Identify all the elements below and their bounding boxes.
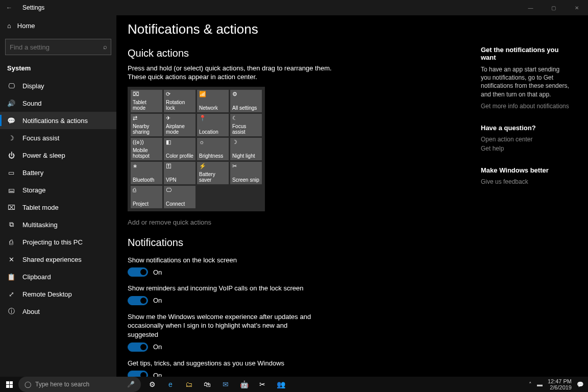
close-button[interactable]: ✕ <box>565 0 588 15</box>
quick-action-bluetooth[interactable]: ∗Bluetooth <box>131 162 162 184</box>
sidebar-item-remote-desktop[interactable]: ⤢Remote Desktop <box>0 285 116 303</box>
quick-action-night-light[interactable]: ☽Night light <box>230 138 262 160</box>
start-button[interactable] <box>0 381 18 388</box>
get-help-link[interactable]: Get help <box>481 145 571 152</box>
sidebar-item-label: Tablet mode <box>22 204 59 211</box>
quick-action-icon: ✈ <box>166 115 193 121</box>
search-input[interactable] <box>5 39 111 55</box>
sidebar-item-storage[interactable]: 🖴Storage <box>0 181 116 199</box>
toggle-label: Show notifications on the lock screen <box>128 256 311 265</box>
quick-action-icon: 🖵 <box>166 187 193 193</box>
windows-icon <box>6 381 13 388</box>
sidebar-item-battery[interactable]: ▭Battery <box>0 164 116 181</box>
sidebar-item-notifications-actions[interactable]: 💬Notifications & actions <box>0 112 116 129</box>
sidebar-item-focus-assist[interactable]: ☽Focus assist <box>0 129 116 146</box>
right-b1-link[interactable]: Get more info about notifications <box>481 103 571 110</box>
sidebar-item-icon: ⌧ <box>7 204 15 211</box>
sidebar-item-label: Notifications & actions <box>22 117 88 125</box>
sidebar-item-multitasking[interactable]: ⧉Multitasking <box>0 216 116 233</box>
taskbar-app-explorer[interactable]: 🗂 <box>180 377 198 392</box>
sidebar-item-icon: ⏻ <box>7 152 15 159</box>
taskbar: ◯ Type here to search 🎤 ⚙ e 🗂 🛍 ✉ 🤖 ✂ 👥 … <box>0 377 588 392</box>
taskbar-clock[interactable]: 12:47 PM 2/6/2019 <box>548 378 572 390</box>
give-feedback-link[interactable]: Give us feedback <box>481 178 571 185</box>
quick-action-nearby-sharing[interactable]: ⇄Nearby sharing <box>131 114 162 136</box>
quick-action-screen-snip[interactable]: ✂Screen snip <box>230 162 262 184</box>
toggle-switch[interactable] <box>128 342 148 352</box>
taskbar-app-store[interactable]: 🛍 <box>198 377 216 392</box>
quick-action-label: Rotation lock <box>166 100 193 111</box>
sidebar-item-icon: 🔊 <box>7 100 15 107</box>
taskbar-app-mail[interactable]: ✉ <box>216 377 235 392</box>
quick-action-label: Focus assist <box>232 124 260 135</box>
quick-action-icon: 📶 <box>199 91 227 97</box>
quick-action-brightness[interactable]: ☼Brightness <box>197 138 229 160</box>
quick-action-label: Battery saver <box>199 172 227 183</box>
page-title: Notifications & actions <box>128 15 471 37</box>
quick-action-label: Bluetooth <box>133 177 160 183</box>
quick-action-network[interactable]: 📶Network <box>197 90 229 112</box>
taskbar-app-android[interactable]: 🤖 <box>235 377 253 392</box>
maximize-button[interactable]: ▢ <box>542 0 565 15</box>
sidebar-item-label: About <box>22 308 40 315</box>
toggle-label: Get tips, tricks, and suggestions as you… <box>128 359 311 368</box>
quick-action-mobile-hotspot[interactable]: ((๏))Mobile hotspot <box>131 138 162 160</box>
quick-action-battery-saver[interactable]: ⚡Battery saver <box>197 162 229 184</box>
quick-action-project[interactable]: ⎙Project <box>131 186 162 208</box>
quick-action-connect[interactable]: 🖵Connect <box>164 186 195 208</box>
quick-action-icon: ∗ <box>133 163 160 169</box>
quick-action-all-settings[interactable]: ⚙All settings <box>230 90 262 112</box>
quick-action-label: Color profile <box>166 153 193 159</box>
quick-action-color-profile[interactable]: ◧Color profile <box>164 138 195 160</box>
sidebar-home[interactable]: ⌂ Home <box>0 15 116 36</box>
toggle-row: Show reminders and incoming VoIP calls o… <box>128 284 471 305</box>
toggle-state: On <box>153 297 162 304</box>
tray-battery-icon[interactable]: ▬ <box>537 381 543 387</box>
sidebar-item-projecting-to-this-pc[interactable]: ⎙Projecting to this PC <box>0 233 116 251</box>
tray-chevron-icon[interactable]: ˄ <box>529 381 532 388</box>
sidebar-item-label: Remote Desktop <box>22 290 72 298</box>
sidebar: ⌂ Home ⌕ System 🖵Display🔊Sound💬Notificat… <box>0 15 116 377</box>
taskbar-app-edge[interactable]: e <box>161 377 180 392</box>
taskbar-app-teams[interactable]: 👥 <box>272 377 290 392</box>
sidebar-item-label: Sound <box>22 100 42 107</box>
toggle-state: On <box>153 343 162 351</box>
add-remove-quick-actions-link[interactable]: Add or remove quick actions <box>128 218 211 226</box>
open-action-center-link[interactable]: Open action center <box>481 136 571 143</box>
sidebar-search: ⌕ <box>5 39 111 55</box>
sidebar-item-clipboard[interactable]: 📋Clipboard <box>0 268 116 285</box>
quick-action-focus-assist[interactable]: ☾Focus assist <box>230 114 262 136</box>
taskbar-search[interactable]: ◯ Type here to search 🎤 <box>18 377 141 392</box>
quick-action-vpn[interactable]: ⚿VPN <box>164 162 195 184</box>
sidebar-item-shared-experiences[interactable]: ✕Shared experiences <box>0 251 116 268</box>
quick-action-label: Airplane mode <box>166 124 193 135</box>
quick-action-label: Project <box>133 201 160 207</box>
quick-action-rotation-lock[interactable]: ⟳Rotation lock <box>164 90 195 112</box>
action-center-icon[interactable]: 💬 <box>577 381 584 388</box>
taskbar-app-settings[interactable]: ⚙ <box>143 377 161 392</box>
quick-action-label: Network <box>199 105 227 111</box>
toggle-switch[interactable] <box>128 296 148 305</box>
minimize-button[interactable]: — <box>519 0 542 15</box>
quick-action-location[interactable]: 📍Location <box>197 114 229 136</box>
sidebar-item-icon: 🖴 <box>7 186 15 194</box>
sidebar-item-display[interactable]: 🖵Display <box>0 77 116 94</box>
sidebar-item-sound[interactable]: 🔊Sound <box>0 94 116 112</box>
quick-action-airplane-mode[interactable]: ✈Airplane mode <box>164 114 195 136</box>
sidebar-item-tablet-mode[interactable]: ⌧Tablet mode <box>0 199 116 216</box>
sidebar-item-power-sleep[interactable]: ⏻Power & sleep <box>0 146 116 164</box>
right-b2-title: Have a question? <box>481 124 571 132</box>
taskbar-app-snip[interactable]: ✂ <box>253 377 272 392</box>
toggle-switch[interactable] <box>128 371 148 377</box>
sidebar-item-icon: ✕ <box>7 256 15 263</box>
toggle-switch[interactable] <box>128 267 148 277</box>
sidebar-item-about[interactable]: ⓘAbout <box>0 303 116 320</box>
right-b1-text: To have an app start sending you notific… <box>481 65 571 99</box>
sidebar-item-icon: ▭ <box>7 169 15 177</box>
quick-action-label: Screen snip <box>232 177 260 183</box>
quick-action-icon: ⚡ <box>199 163 227 169</box>
quick-action-icon: ☼ <box>199 139 227 145</box>
back-icon[interactable]: ← <box>6 4 12 11</box>
quick-action-tablet-mode[interactable]: ⌧Tablet mode <box>131 90 162 112</box>
cortana-icon: ◯ <box>24 381 31 388</box>
